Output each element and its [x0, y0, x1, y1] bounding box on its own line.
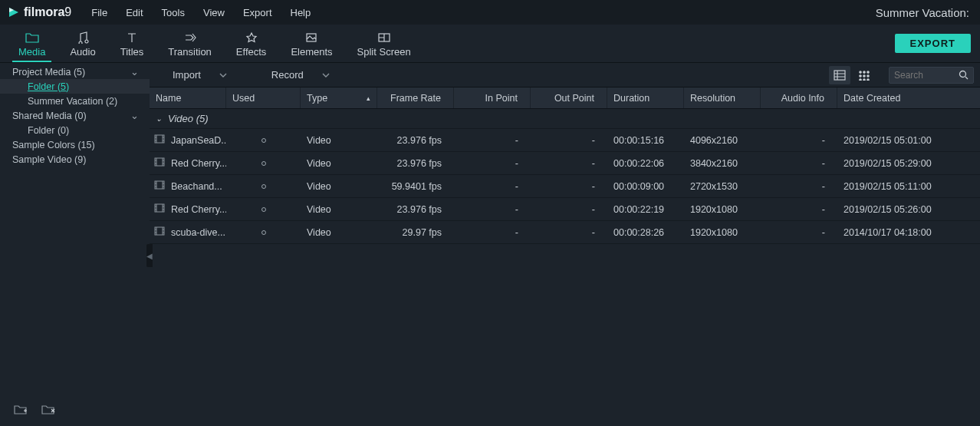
text-icon — [125, 31, 139, 44]
header-resolution[interactable]: Resolution — [684, 88, 761, 108]
group-row-video[interactable]: ⌄ Video (5) — [150, 109, 980, 129]
header-name[interactable]: Name — [150, 88, 226, 108]
header-type[interactable]: Type▴ — [301, 88, 377, 108]
record-dropdown[interactable]: Record — [271, 69, 330, 81]
brand-version: 9 — [64, 5, 71, 19]
tab-split-screen-label: Split Screen — [357, 46, 411, 58]
cell-fps: 59.9401 fps — [392, 181, 442, 192]
cell-date: 2019/02/15 05:01:00 — [844, 135, 932, 146]
import-label: Import — [173, 69, 201, 81]
cell-date: 2019/02/15 05:11:00 — [844, 181, 932, 192]
cell-fps: 23.976 fps — [397, 204, 442, 215]
svg-point-9 — [860, 78, 861, 80]
menu-view[interactable]: View — [194, 7, 234, 18]
sidebar-item-folder5[interactable]: Folder (5) — [0, 79, 150, 94]
filmora-logo-icon — [8, 6, 20, 18]
table-row[interactable]: Red Cherry... Video 23.976 fps - - 00:00… — [150, 198, 980, 221]
table-row[interactable]: Red Cherry... Video 23.976 fps - - 00:00… — [150, 152, 980, 175]
tab-effects-label: Effects — [236, 46, 267, 58]
menu-file[interactable]: File — [82, 7, 117, 18]
tab-effects[interactable]: Effects — [224, 28, 279, 62]
sidebar-item-summer-vacation[interactable]: Summer Vacation (2) — [0, 94, 150, 108]
header-inpoint[interactable]: In Point — [454, 88, 531, 108]
effects-icon — [245, 31, 258, 44]
tab-audio[interactable]: Audio — [58, 28, 107, 62]
header-resolution-label: Resolution — [690, 93, 735, 104]
header-date-created[interactable]: Date Created — [837, 88, 980, 108]
header-audio-info[interactable]: Audio Info — [761, 88, 837, 108]
tree-label: Folder (0) — [28, 125, 69, 136]
cell-resolution: 3840x2160 — [690, 158, 738, 169]
cell-audio: - — [822, 181, 825, 192]
tab-media[interactable]: Media — [6, 28, 58, 62]
view-list-button[interactable] — [829, 66, 850, 84]
sidebar-item-project-media[interactable]: Project Media (5) ⌄ — [0, 64, 150, 79]
sidebar-item-shared-media[interactable]: Shared Media (0) ⌄ — [0, 108, 150, 123]
content-panel: Import Record Name — [150, 63, 980, 426]
brand-logo: filmora9 — [8, 5, 71, 19]
sidebar-item-sample-colors[interactable]: Sample Colors (15) — [0, 137, 150, 152]
list-view-icon — [834, 70, 846, 81]
sidebar: Project Media (5) ⌄ Folder (5) Summer Va… — [0, 63, 150, 426]
search-box[interactable] — [889, 67, 974, 84]
svg-point-12 — [960, 71, 966, 78]
tab-elements[interactable]: Elements — [278, 28, 344, 62]
export-button[interactable]: EXPORT — [895, 34, 971, 53]
menu-bar: filmora9 File Edit Tools View Export Hel… — [0, 0, 980, 25]
cell-in: - — [515, 135, 518, 146]
cell-name: JapanSeaD... — [171, 135, 226, 146]
tree-label: Project Media (5) — [12, 67, 85, 78]
sidebar-collapse-handle[interactable]: ◀ — [146, 244, 153, 267]
header-framerate-label: Frame Rate — [390, 93, 441, 104]
menu-help[interactable]: Help — [281, 7, 321, 18]
header-outpoint-label: Out Point — [554, 93, 594, 104]
cell-type: Video — [307, 204, 331, 215]
cell-date: 2019/02/15 05:29:00 — [844, 158, 932, 169]
cell-name: Red Cherry... — [171, 204, 226, 215]
svg-point-5 — [867, 71, 869, 72]
view-grid-button[interactable] — [853, 66, 875, 84]
menu-export[interactable]: Export — [234, 7, 281, 18]
used-indicator-icon — [261, 230, 266, 235]
sidebar-item-folder0[interactable]: Folder (0) — [0, 123, 150, 137]
used-indicator-icon — [261, 207, 266, 212]
header-audio-label: Audio Info — [781, 93, 824, 104]
menu-edit[interactable]: Edit — [117, 7, 152, 18]
header-framerate[interactable]: Frame Rate — [377, 88, 454, 108]
header-type-label: Type — [307, 93, 327, 104]
cell-type: Video — [307, 181, 331, 192]
table-row[interactable]: Beachand... Video 59.9401 fps - - 00:00:… — [150, 175, 980, 198]
cell-type: Video — [307, 158, 331, 169]
tab-transition-label: Transition — [168, 46, 212, 58]
header-outpoint[interactable]: Out Point — [531, 88, 607, 108]
tab-media-label: Media — [18, 46, 45, 58]
header-inpoint-label: In Point — [485, 93, 518, 104]
add-folder-icon[interactable] — [14, 403, 28, 418]
cell-duration: 00:00:15:16 — [613, 135, 664, 146]
video-clip-icon — [154, 157, 165, 169]
tab-titles-label: Titles — [120, 46, 144, 58]
header-used[interactable]: Used — [226, 88, 301, 108]
content-toolbar: Import Record — [150, 63, 980, 88]
svg-point-11 — [867, 78, 869, 80]
cell-type: Video — [307, 227, 331, 238]
chevron-down-icon: ⌄ — [130, 66, 139, 78]
table-row[interactable]: JapanSeaD... Video 23.976 fps - - 00:00:… — [150, 129, 980, 152]
project-title: Summer Vacation: — [876, 6, 972, 19]
menu-tools[interactable]: Tools — [153, 7, 194, 18]
table-row[interactable]: scuba-dive... Video 29.97 fps - - 00:00:… — [150, 221, 980, 244]
svg-point-4 — [863, 71, 865, 72]
tab-titles[interactable]: Titles — [108, 28, 156, 62]
tab-split-screen[interactable]: Split Screen — [345, 28, 423, 62]
import-dropdown[interactable]: Import — [173, 69, 227, 81]
tab-transition[interactable]: Transition — [156, 28, 224, 62]
cell-resolution: 1920x1080 — [690, 204, 738, 215]
tab-elements-label: Elements — [291, 46, 332, 58]
cell-type: Video — [307, 135, 331, 146]
delete-folder-icon[interactable] — [41, 403, 55, 418]
search-input[interactable] — [894, 70, 954, 81]
sidebar-item-sample-video[interactable]: Sample Video (9) — [0, 152, 150, 167]
header-duration[interactable]: Duration — [607, 88, 684, 108]
cell-out: - — [592, 135, 595, 146]
tab-audio-label: Audio — [70, 46, 95, 58]
